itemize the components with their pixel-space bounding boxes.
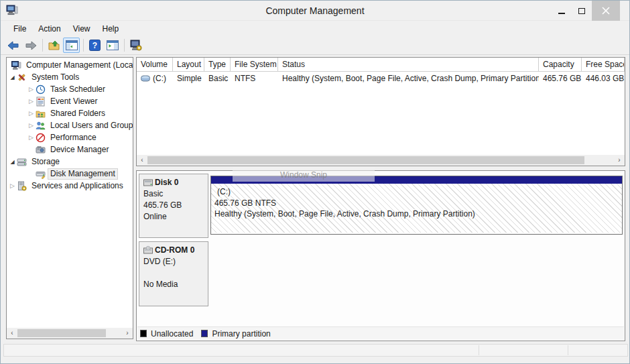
- close-button[interactable]: [592, 1, 620, 21]
- disk-name: Disk 0: [155, 178, 178, 187]
- event-viewer-icon: [36, 97, 46, 107]
- toolbar-separator: [42, 39, 43, 52]
- column-header-capacity[interactable]: Capacity: [539, 58, 582, 72]
- snap-in-button[interactable]: [127, 38, 144, 53]
- computer-icon: [11, 60, 21, 70]
- cdrom-label-panel[interactable]: CD-ROM 0 DVD (E:) No Media: [139, 241, 208, 306]
- status-bar: [3, 344, 628, 357]
- partition-c[interactable]: (C:) 465.76 GB NTFS Healthy (System, Boo…: [210, 176, 623, 235]
- disk0-row: Disk 0 Basic 465.76 GB Online (C:) 465.7…: [139, 174, 623, 238]
- maximize-button[interactable]: [572, 1, 592, 21]
- tree-item-system-tools[interactable]: ◢ System Tools: [7, 71, 133, 83]
- forward-button[interactable]: [22, 38, 39, 53]
- task-scheduler-icon: [36, 84, 46, 95]
- collapsed-triangle-icon[interactable]: ▷: [27, 98, 35, 105]
- back-button[interactable]: [5, 38, 21, 53]
- scrollbar-thumb[interactable]: [147, 156, 584, 164]
- disk-type: Basic: [143, 189, 204, 198]
- cdrom-drive-icon: [143, 246, 153, 254]
- legend-unallocated-label: Unallocated: [151, 329, 193, 339]
- expanded-triangle-icon[interactable]: ◢: [9, 74, 16, 80]
- scrollbar-thumb[interactable]: [17, 329, 106, 337]
- collapsed-triangle-icon[interactable]: ▷: [27, 110, 35, 117]
- tree-item-label: Task Scheduler: [49, 84, 105, 94]
- tree-item-label: Shared Folders: [49, 109, 105, 118]
- tree-item-event-viewer[interactable]: ▷ Event Viewer: [7, 95, 133, 107]
- back-icon: [7, 41, 19, 50]
- volume-list-header: Volume Layout Type File System Status Ca…: [137, 58, 625, 72]
- disk-status: Online: [143, 212, 204, 221]
- scroll-left-icon[interactable]: ‹: [7, 328, 17, 339]
- column-header-status[interactable]: Status: [278, 58, 539, 72]
- show-action-pane-button[interactable]: [104, 38, 121, 53]
- tree-item-performance[interactable]: ▷ Performance: [7, 131, 133, 143]
- scroll-right-icon[interactable]: ›: [614, 155, 625, 166]
- scroll-right-icon[interactable]: ›: [122, 328, 133, 339]
- menu-file[interactable]: File: [7, 21, 32, 36]
- column-header-file-system[interactable]: File System: [231, 58, 278, 72]
- volume-list-horizontal-scrollbar[interactable]: ‹ ›: [137, 155, 625, 166]
- tree-item-local-users-and-groups[interactable]: ▷ Local Users and Groups: [7, 119, 133, 131]
- volume-list-pane: Volume Layout Type File System Status Ca…: [136, 57, 625, 166]
- menu-action[interactable]: Action: [32, 21, 66, 36]
- column-header-free-space[interactable]: Free Space: [582, 58, 625, 72]
- partition-name: (C:): [217, 187, 231, 196]
- menu-view[interactable]: View: [67, 21, 97, 36]
- column-header-type[interactable]: Type: [204, 58, 231, 72]
- collapsed-triangle-icon[interactable]: ▷: [27, 134, 35, 141]
- console-tree: Computer Management (Local ◢ System Tool…: [7, 58, 133, 192]
- disk-drive-icon: [143, 179, 153, 186]
- disk0-label-panel[interactable]: Disk 0 Basic 465.76 GB Online: [139, 174, 208, 238]
- tree-item-label: Services and Applications: [30, 181, 123, 190]
- disk-management-icon: [36, 169, 46, 179]
- tree-item-device-manager[interactable]: ▷ Device Manager: [7, 143, 133, 156]
- close-icon: [602, 7, 610, 15]
- tree-item-label: Computer Management (Local: [25, 60, 133, 70]
- tree-item-shared-folders[interactable]: ▷ Shared Folders: [7, 107, 133, 119]
- toolbar-separator: [124, 39, 125, 52]
- tree-item-label: System Tools: [30, 72, 79, 82]
- column-header-volume[interactable]: Volume: [137, 58, 173, 72]
- storage-icon: [17, 157, 27, 167]
- cdrom-type: DVD (E:): [143, 257, 204, 266]
- collapsed-triangle-icon[interactable]: ▷: [27, 86, 35, 93]
- tree-horizontal-scrollbar[interactable]: ‹ ›: [7, 328, 133, 339]
- scroll-left-icon[interactable]: ‹: [137, 155, 147, 166]
- window-title: Computer Management: [1, 1, 629, 21]
- tree-item-label: Local Users and Groups: [49, 121, 133, 130]
- help-button[interactable]: ?: [86, 38, 103, 53]
- tree-item-task-scheduler[interactable]: ▷ Task Scheduler: [7, 83, 133, 95]
- primary-partition-swatch: [201, 330, 208, 337]
- help-icon: ?: [89, 40, 101, 51]
- volume-icon: [141, 75, 150, 82]
- expanded-triangle-icon[interactable]: ◢: [9, 159, 16, 165]
- tree-item-storage[interactable]: ◢ Storage: [7, 156, 133, 168]
- volume-row-c[interactable]: (C:) Simple Basic NTFS Healthy (System, …: [137, 72, 625, 84]
- tree-item-disk-management[interactable]: ▷ Disk Management: [7, 168, 133, 180]
- toolbar-separator: [83, 39, 84, 52]
- up-folder-icon: [48, 40, 60, 51]
- disk-size: 465.76 GB: [143, 200, 204, 210]
- system-tools-icon: [17, 72, 27, 82]
- action-pane-icon: [107, 40, 119, 50]
- cdrom-name: CD-ROM 0: [155, 245, 194, 255]
- graphical-view-pane: Disk 0 Basic 465.76 GB Online (C:) 465.7…: [136, 170, 625, 341]
- volume-status: Healthy (System, Boot, Page File, Active…: [278, 74, 539, 83]
- window-snip-watermark: Window Snip: [233, 168, 375, 182]
- title-bar: Computer Management: [1, 1, 629, 21]
- performance-icon: [36, 133, 46, 143]
- collapsed-triangle-icon[interactable]: ▷: [9, 182, 16, 189]
- computer-management-window: Computer Management File Action View Hel…: [0, 0, 630, 364]
- services-icon: [17, 181, 27, 191]
- volume-name: (C:): [153, 74, 166, 83]
- up-one-level-button[interactable]: [46, 38, 62, 53]
- toolbar: ?: [1, 36, 629, 55]
- tree-item-services-and-applications[interactable]: ▷ Services and Applications: [7, 180, 133, 192]
- show-console-tree-button[interactable]: [63, 38, 80, 53]
- tree-item-computer-management[interactable]: Computer Management (Local: [7, 59, 133, 71]
- column-header-layout[interactable]: Layout: [173, 58, 204, 72]
- minimize-button[interactable]: [552, 1, 572, 21]
- volume-capacity: 465.76 GB: [539, 74, 582, 83]
- collapsed-triangle-icon[interactable]: ▷: [27, 122, 35, 129]
- menu-help[interactable]: Help: [97, 21, 125, 36]
